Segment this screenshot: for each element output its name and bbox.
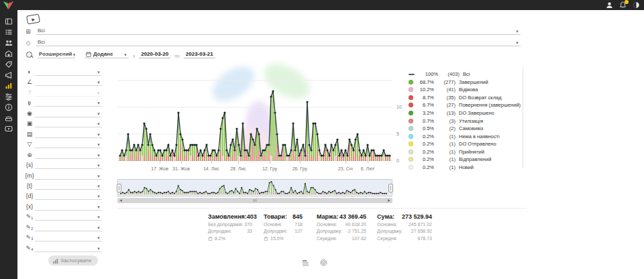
legend-item[interactable]: 3.2%(13)DO Завершено — [409, 109, 521, 117]
legend-dot-swatch — [409, 87, 413, 92]
filter-dropdown[interactable]: ▼ — [35, 70, 102, 76]
legend-count: (277) — [438, 79, 455, 85]
filter-dropdown[interactable]: ▼ — [35, 122, 102, 127]
sidebar-item-dashboard[interactable] — [0, 16, 17, 27]
filter-dropdown[interactable]: ▼ — [35, 247, 102, 252]
date-field-select[interactable]: Додане ▼ — [85, 51, 129, 58]
sidebar-item-sliders[interactable] — [0, 91, 17, 102]
analytics-icon — [5, 82, 13, 90]
filter-select-0[interactable]: Всі▼ — [36, 27, 521, 35]
legend-count: (35) — [438, 95, 455, 101]
legend-item[interactable]: 8.7%(35)DO Возврат склад — [409, 94, 521, 102]
var-t-icon: {t} — [24, 183, 35, 190]
legend-percent: 0.2% — [417, 141, 434, 147]
date-to-input[interactable]: 2023-03-21 — [184, 51, 215, 58]
legend-label: Прийнятий — [459, 149, 484, 155]
legend-item[interactable]: 68.7%(277)Завершений — [409, 78, 521, 87]
filter-dropdown[interactable]: ▼ — [35, 80, 102, 86]
legend-percent: 10.2% — [417, 87, 434, 93]
app-logo-icon[interactable] — [3, 1, 14, 13]
chevron-down-icon: ▼ — [97, 215, 101, 219]
video-tag-icon[interactable]: ▶ — [26, 13, 40, 24]
var-x-icon: {x} — [24, 204, 35, 211]
apply-button[interactable]: Застосувати — [48, 256, 98, 266]
filter-row-pencil-2: ✎₂▼ — [24, 222, 102, 231]
sidebar-item-clients[interactable] — [0, 38, 17, 48]
sidebar-item-support[interactable] — [0, 113, 17, 123]
sliders-icon — [5, 93, 13, 101]
legend-item[interactable]: 0.2%(1)Прийнятий — [409, 148, 521, 156]
sidebar-item-orders[interactable] — [0, 27, 17, 38]
filter-dropdown[interactable]: ▼ — [35, 154, 102, 159]
main-chart[interactable] — [117, 67, 392, 162]
legend-item[interactable]: 6.7%(27)Повернення (завершений) — [409, 101, 521, 109]
sidebar-item-info[interactable] — [0, 102, 17, 113]
filter-dropdown[interactable]: ▼ — [35, 143, 102, 148]
x-axis-tick: 26. Гру — [292, 166, 307, 171]
brush-handle-left[interactable] — [117, 184, 121, 192]
sidebar-item-video[interactable] — [0, 123, 17, 134]
theme-icon[interactable] — [633, 1, 640, 9]
sidebar-item-store[interactable] — [0, 48, 17, 59]
stat-sub-label: Без допродажів: — [208, 222, 244, 227]
scroll-left-icon[interactable] — [119, 199, 122, 202]
scroll-right-icon[interactable] — [388, 199, 390, 202]
legend-item[interactable]: 100%(403)Всі — [409, 70, 521, 78]
legend-percent: 100% — [421, 71, 438, 77]
filter-select-1[interactable]: Всі▼ — [36, 39, 521, 46]
filter-dropdown[interactable]: ▼ — [35, 112, 102, 117]
pencil-2-icon: ✎₂ — [24, 225, 35, 231]
app-sidebar — [0, 0, 17, 279]
filter-dropdown[interactable]: ▼ — [35, 215, 102, 221]
stat-column: Товари:845Основні:718Допродані:12715.0% — [264, 213, 303, 241]
chevron-down-icon: ▼ — [97, 80, 101, 85]
clients-icon — [5, 39, 13, 47]
var-m-icon: {m} — [24, 173, 35, 180]
date-from-input[interactable]: 2020-03-20 — [139, 51, 170, 58]
legend-label: Новий — [459, 164, 474, 170]
stat-sub-value: 718 — [294, 222, 303, 227]
brush-chart[interactable] — [117, 179, 392, 197]
sidebar-item-analytics[interactable] — [0, 80, 17, 91]
filter-dropdown[interactable]: ▼ — [35, 174, 102, 180]
filter-row-var-m: {m}▼ — [24, 170, 102, 180]
filter-select-value: Всі — [38, 39, 45, 45]
y-axis-tick: 5 — [396, 131, 399, 136]
filter-row-pencil-4: ✎₄▼ — [24, 243, 102, 252]
legend-item[interactable]: 0.7%(3)Утилізація — [409, 117, 521, 125]
bell-icon[interactable] — [619, 1, 627, 9]
stat-sub-value: 27 658.92 — [411, 229, 432, 233]
table-view-icon[interactable] — [302, 257, 309, 269]
filter-dropdown[interactable]: ▼ — [35, 101, 102, 107]
panel-edge — [523, 67, 523, 168]
x-axis-tick: 28. Лис — [230, 166, 246, 171]
scrollbar-grip[interactable] — [254, 199, 257, 202]
package-view-icon[interactable] — [320, 257, 327, 269]
filter-dropdown[interactable]: ▼ — [35, 205, 102, 211]
legend-item[interactable]: 0.2%(1)Відправлений — [409, 156, 521, 164]
legend-label: Всі — [463, 71, 470, 77]
legend-item[interactable]: 0.2%(1)Нема в наявності — [409, 132, 521, 140]
legend-item[interactable]: 10.2%(41)Відмова — [409, 86, 521, 94]
sidebar-item-marketing[interactable] — [0, 70, 17, 80]
filter-row-slope: ∠▼ — [24, 76, 102, 86]
filter-row-funnel: ▽▼ — [24, 139, 102, 148]
legend-item[interactable]: 0.2%(1)DO Отправлено — [409, 140, 521, 148]
filter-dropdown[interactable]: ▼ — [35, 91, 102, 97]
user-icon[interactable] — [606, 1, 613, 9]
y-axis-tick: 10 — [396, 105, 402, 109]
filter-dropdown[interactable]: ▼ — [35, 194, 102, 200]
filter-dropdown[interactable]: ▼ — [35, 164, 102, 169]
legend-item[interactable]: 0.5%(2)Самовивіз — [409, 125, 521, 133]
pencil-3-icon: ✎₃ — [24, 235, 35, 241]
brush-handle-right[interactable] — [388, 184, 393, 192]
filter-dropdown[interactable]: ▼ — [35, 236, 102, 241]
sidebar-item-tags[interactable] — [0, 59, 17, 70]
chart-scrollbar[interactable] — [117, 198, 392, 203]
stat-badge: 15.0% — [270, 236, 284, 241]
legend-item[interactable]: 0.2%(1)Новий — [409, 164, 521, 172]
filter-dropdown[interactable]: ▼ — [35, 226, 102, 231]
filter-dropdown[interactable]: ▼ — [35, 184, 102, 190]
filter-dropdown[interactable]: ▼ — [35, 133, 102, 138]
search-mode-select[interactable]: Розширений ▼ — [38, 51, 75, 58]
